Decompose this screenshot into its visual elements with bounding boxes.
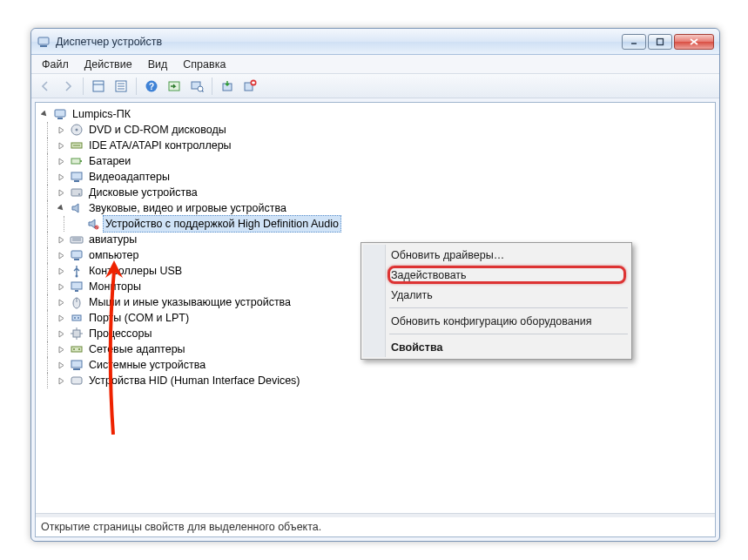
svg-rect-31	[80, 160, 82, 162]
close-button[interactable]	[674, 34, 714, 50]
expand-icon[interactable]	[56, 281, 66, 292]
expand-icon[interactable]	[56, 375, 66, 386]
category-icon	[70, 358, 84, 372]
app-icon	[37, 35, 51, 49]
expand-icon[interactable]	[56, 125, 66, 135]
tree-category[interactable]: IDE ATA/ATAPI контроллеры	[39, 138, 715, 153]
menu-help[interactable]: Справка	[176, 57, 232, 72]
status-text: Открытие страницы свойств для выделенног…	[41, 521, 321, 533]
svg-rect-60	[71, 377, 82, 384]
category-label: Процессоры	[86, 326, 154, 341]
svg-point-56	[73, 348, 75, 350]
ctx-delete[interactable]: Удалить	[363, 285, 630, 305]
ctx-enable[interactable]: Задействовать	[363, 265, 630, 285]
tree-device-selected[interactable]: Устройство с поддержкой High Definition …	[39, 216, 715, 232]
category-icon	[70, 342, 84, 356]
ctx-refresh-config[interactable]: Обновить конфигурацию оборудования	[363, 311, 630, 331]
svg-rect-30	[71, 159, 80, 164]
svg-rect-0	[38, 37, 49, 44]
svg-rect-43	[71, 282, 82, 289]
expand-icon[interactable]	[56, 250, 66, 260]
category-icon	[70, 186, 84, 199]
svg-point-42	[76, 275, 78, 278]
back-button[interactable]	[35, 77, 56, 96]
category-icon	[70, 295, 84, 309]
expand-icon[interactable]	[56, 234, 66, 245]
svg-rect-6	[93, 81, 104, 91]
expand-icon[interactable]	[56, 172, 66, 182]
tree-category[interactable]: Устройства HID (Human Interface Devices)	[39, 373, 715, 388]
svg-rect-25	[57, 118, 63, 119]
category-label: Сетевые адаптеры	[86, 341, 188, 357]
svg-rect-59	[73, 368, 80, 370]
svg-rect-24	[55, 110, 65, 117]
category-icon	[70, 233, 84, 246]
tree-root-label: Lumpics-ПК	[70, 106, 133, 122]
uninstall-button[interactable]	[239, 77, 260, 96]
svg-point-35	[78, 193, 80, 195]
expand-icon[interactable]	[56, 313, 66, 323]
category-icon	[70, 311, 84, 325]
svg-rect-33	[74, 180, 79, 182]
collapse-icon[interactable]	[39, 109, 50, 119]
category-label: омпьютер	[86, 247, 141, 263]
list-button[interactable]	[111, 77, 131, 96]
category-label: Дисковые устройства	[86, 185, 200, 200]
category-label: Батареи	[86, 153, 133, 169]
expand-icon[interactable]	[56, 266, 66, 276]
update-driver-button[interactable]	[217, 77, 238, 96]
maximize-button[interactable]	[648, 34, 672, 50]
audio-device-icon	[86, 217, 100, 231]
category-label: DVD и CD-ROM дисководы	[86, 122, 229, 138]
expand-icon[interactable]	[56, 156, 66, 166]
category-label: авиатуры	[86, 232, 139, 247]
scan-button[interactable]	[186, 77, 207, 96]
category-icon	[70, 201, 84, 215]
svg-rect-3	[657, 38, 664, 44]
computer-icon	[53, 107, 67, 121]
category-label: Мониторы	[86, 279, 144, 294]
tree-category[interactable]: Батареи	[39, 153, 715, 169]
svg-rect-41	[74, 259, 79, 260]
help-button[interactable]: ?	[141, 77, 162, 96]
enable-button[interactable]	[164, 77, 185, 96]
svg-line-17	[202, 91, 204, 92]
tree-category[interactable]: Дисковые устройства	[39, 185, 715, 200]
menu-file[interactable]: Файл	[35, 57, 76, 72]
category-icon	[70, 248, 84, 262]
expand-icon[interactable]	[56, 360, 66, 370]
category-icon	[70, 138, 84, 152]
category-icon	[70, 327, 84, 341]
svg-point-49	[77, 317, 79, 319]
category-label: IDE ATA/ATAPI контроллеры	[86, 138, 234, 153]
frame-button[interactable]	[88, 77, 109, 96]
category-label: Порты (COM и LPT)	[86, 310, 192, 326]
tree-category[interactable]: Звуковые, видео и игровые устройства	[39, 200, 715, 216]
category-label: Контроллеры USB	[86, 263, 185, 279]
tree-category[interactable]: DVD и CD-ROM дисководы	[39, 122, 715, 138]
expand-icon[interactable]	[56, 140, 66, 151]
expand-icon[interactable]	[56, 344, 66, 354]
expand-icon[interactable]	[56, 297, 66, 307]
svg-point-57	[78, 348, 80, 350]
tree-root[interactable]: Lumpics-ПК	[39, 106, 715, 122]
category-icon	[70, 170, 84, 184]
menu-action[interactable]: Действие	[77, 57, 139, 72]
menu-view[interactable]: Вид	[141, 57, 175, 72]
svg-text:?: ?	[149, 82, 154, 91]
ctx-update-drivers[interactable]: Обновить драйверы…	[363, 245, 630, 265]
expand-icon[interactable]	[56, 328, 66, 339]
ctx-properties[interactable]: Свойства	[363, 337, 630, 357]
minimize-button[interactable]	[622, 34, 646, 50]
forward-button[interactable]	[57, 77, 78, 96]
collapse-icon[interactable]	[56, 203, 66, 213]
svg-rect-44	[75, 290, 78, 292]
svg-point-27	[76, 129, 78, 132]
svg-rect-55	[71, 347, 82, 352]
expand-icon[interactable]	[56, 187, 66, 198]
toolbar: ?	[31, 74, 719, 98]
tree-category[interactable]: Видеоадаптеры	[39, 169, 715, 185]
context-menu: Обновить драйверы… Задействовать Удалить…	[361, 242, 632, 360]
category-label: Системные устройства	[86, 357, 208, 373]
svg-rect-47	[72, 315, 81, 320]
